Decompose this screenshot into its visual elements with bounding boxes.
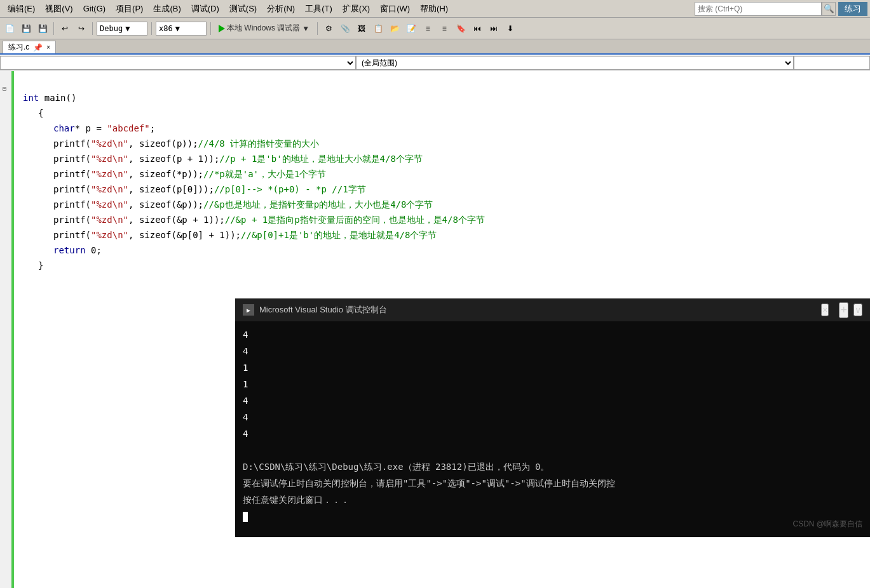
separator-1	[53, 22, 54, 35]
code-line-5: printf("%zd\n", sizeof(p + 1));//p + 1是'…	[23, 151, 870, 166]
code-line-2: {	[23, 105, 870, 121]
console-title-bar: ▶ Microsoft Visual Studio 调试控制台 × + ∨	[235, 298, 870, 321]
console-expand-button[interactable]: ∨	[853, 304, 862, 316]
bookmark-button[interactable]: 🔖	[454, 22, 468, 36]
menu-help[interactable]: 帮助(H)	[415, 2, 453, 16]
separator-4	[210, 22, 211, 35]
menu-project[interactable]: 项目(P)	[111, 2, 148, 16]
save-all-button[interactable]: 💾	[36, 22, 50, 36]
toolbar-btn-5[interactable]: 📂	[388, 22, 402, 36]
console-window: ▶ Microsoft Visual Studio 调试控制台 × + ∨ 4 …	[235, 298, 870, 537]
collapse-icon[interactable]: ⊟	[3, 85, 6, 92]
console-close-button[interactable]: ×	[821, 304, 829, 316]
cursor-blink	[243, 512, 248, 522]
toolbar-btn-1[interactable]: ⚙	[322, 22, 336, 36]
debug-mode-dropdown[interactable]: Debug▼	[97, 22, 147, 36]
search-button[interactable]: 🔍	[822, 2, 836, 16]
menu-bar: 编辑(E) 视图(V) Git(G) 项目(P) 生成(B) 调试(D) 测试(…	[0, 0, 870, 18]
code-line-4: printf("%zd\n", sizeof(p));//4/8 计算的指针变量…	[23, 136, 870, 151]
undo-button[interactable]: ↩	[58, 22, 72, 36]
menu-git[interactable]: Git(G)	[78, 3, 111, 15]
new-file-button[interactable]: 📄	[3, 22, 17, 36]
search-input[interactable]	[695, 2, 822, 16]
toolbar-btn-7[interactable]: ≡	[421, 22, 435, 36]
console-output-1: 4	[243, 326, 862, 343]
code-line-3: char* p = "abcdef";	[23, 121, 870, 136]
keyword-char: char	[53, 123, 75, 133]
code-line-9: printf("%zd\n", sizeof(&p + 1));//&p + 1…	[23, 212, 870, 227]
separator-2	[92, 22, 93, 35]
practice-button[interactable]: 练习	[838, 2, 867, 16]
redo-button[interactable]: ↪	[74, 22, 88, 36]
run-triangle-icon	[219, 25, 225, 32]
plain-1: main()	[44, 93, 77, 103]
tab-practice-c[interactable]: 练习.c 📌 ×	[3, 41, 56, 53]
menu-build[interactable]: 生成(B)	[148, 2, 186, 16]
menu-analyze[interactable]: 分析(N)	[262, 2, 300, 16]
toolbar-btn-11[interactable]: ⬇	[503, 22, 517, 36]
toolbar-btn-8[interactable]: ≡	[437, 22, 451, 36]
menu-view[interactable]: 视图(V)	[40, 2, 78, 16]
menu-edit[interactable]: 编辑(E)	[3, 2, 40, 16]
console-add-tab-button[interactable]: +	[839, 302, 848, 318]
run-debugger-button[interactable]: 本地 Windows 调试器 ▼	[215, 22, 313, 35]
scope-left-dropdown[interactable]	[0, 56, 356, 70]
menu-test[interactable]: 测试(S)	[224, 2, 262, 16]
code-line-6: printf("%zd\n", sizeof(*p));//*p就是'a'，大小…	[23, 166, 870, 182]
code-line-1: int main()	[23, 90, 870, 105]
console-output-5: 4	[243, 392, 862, 409]
run-label: 本地 Windows 调试器	[227, 23, 300, 34]
tab-label: 练习.c	[8, 42, 29, 53]
console-output-6: 4	[243, 409, 862, 425]
tab-bar: 练习.c 📌 ×	[0, 39, 870, 55]
arch-dropdown[interactable]: x86▼	[156, 22, 207, 36]
green-margin-bar	[11, 71, 14, 588]
menu-window[interactable]: 窗口(W)	[375, 2, 415, 16]
menu-debug[interactable]: 调试(D)	[186, 2, 224, 16]
editor-left-margin: ⊟	[0, 71, 13, 588]
console-title: Microsoft Visual Studio 调试控制台	[259, 304, 816, 316]
run-dropdown-icon: ▼	[302, 24, 309, 33]
code-line-7: printf("%zd\n", sizeof(p[0]));//p[0]--> …	[23, 182, 870, 197]
toolbar-btn-6[interactable]: 📝	[404, 22, 418, 36]
console-blank	[243, 442, 862, 458]
console-app-icon: ▶	[243, 304, 254, 316]
toolbar-btn-10[interactable]: ⏭	[487, 22, 501, 36]
code-line-empty	[23, 75, 870, 90]
save-button[interactable]: 💾	[19, 22, 33, 36]
toolbar-btn-2[interactable]: 📎	[338, 22, 352, 36]
toolbar-btn-4[interactable]: 📋	[371, 22, 385, 36]
console-output-2: 4	[243, 343, 862, 359]
separator-5	[317, 22, 318, 35]
toolbar-btn-9[interactable]: ⏮	[470, 22, 484, 36]
brace-open: {	[38, 108, 43, 118]
code-line-11: return 0;	[23, 243, 870, 258]
menu-tools[interactable]: 工具(T)	[300, 2, 337, 16]
toolbar: 📄 💾 💾 ↩ ↪ Debug▼ x86▼ 本地 Windows 调试器 ▼ ⚙…	[0, 18, 870, 39]
console-output-4: 1	[243, 376, 862, 392]
code-line-8: printf("%zd\n", sizeof(&p));//&p也是地址，是指针…	[23, 197, 870, 212]
watermark: CSDN @啊森要自信	[792, 516, 862, 532]
console-output-7: 4	[243, 425, 862, 442]
console-output-3: 1	[243, 359, 862, 376]
tab-close-button[interactable]: ×	[46, 44, 50, 51]
separator-3	[151, 22, 152, 35]
menu-extensions[interactable]: 扩展(X)	[337, 2, 375, 16]
console-path-line: D:\CSDN\练习\练习\Debug\练习.exe（进程 23812)已退出，…	[243, 458, 862, 475]
code-line-10: printf("%zd\n", sizeof(&p[0] + 1));//&p[…	[23, 227, 870, 243]
code-line-12: }	[23, 258, 870, 273]
function-bar: (全局范围)	[0, 55, 870, 71]
scope-extra	[794, 56, 870, 70]
tab-pin-icon[interactable]: 📌	[33, 43, 43, 52]
keyword-int: int	[23, 93, 39, 103]
console-body: 4 4 1 1 4 4 4 D:\CSDN\练习\练习\Debug\练习.exe…	[235, 321, 870, 537]
editor-area: ⊟ int main() { char* p = "abcdef"; print…	[0, 71, 870, 588]
console-press-line: 按任意键关闭此窗口．．．	[243, 491, 862, 508]
toolbar-btn-3[interactable]: 🖼	[355, 22, 369, 36]
console-cursor-line	[243, 508, 862, 525]
console-hint-line: 要在调试停止时自动关闭控制台，请启用"工具"->"选项"->"调试"->"调试停…	[243, 475, 862, 491]
scope-right-dropdown[interactable]: (全局范围)	[356, 56, 794, 70]
